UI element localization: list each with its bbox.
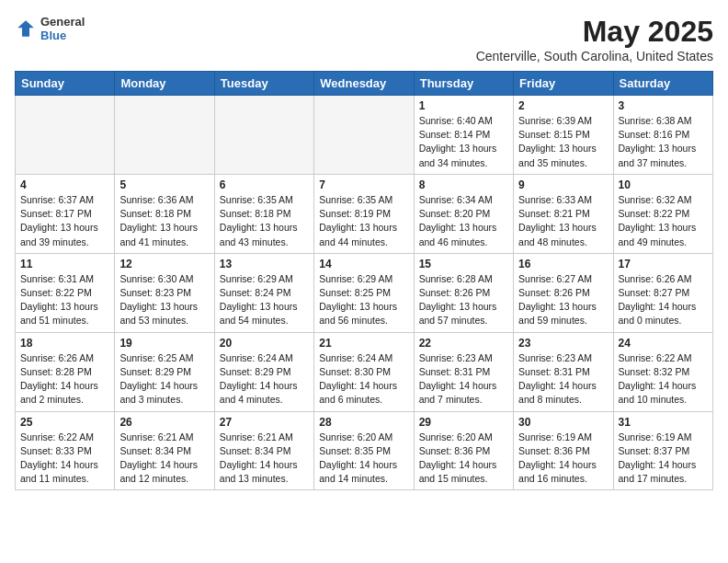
calendar-cell: 30Sunrise: 6:19 AMSunset: 8:36 PMDayligh…: [514, 411, 613, 490]
day-info: Sunrise: 6:20 AMSunset: 8:36 PMDaylight:…: [419, 431, 508, 487]
calendar-cell: 2Sunrise: 6:39 AMSunset: 8:15 PMDaylight…: [514, 96, 613, 175]
day-info: Sunrise: 6:26 AMSunset: 8:27 PMDaylight:…: [619, 272, 708, 328]
calendar-cell: 17Sunrise: 6:26 AMSunset: 8:27 PMDayligh…: [613, 253, 712, 332]
location: Centerville, South Carolina, United Stat…: [476, 49, 713, 63]
day-info: Sunrise: 6:35 AMSunset: 8:18 PMDaylight:…: [220, 193, 309, 249]
day-number: 30: [518, 416, 608, 429]
day-info: Sunrise: 6:29 AMSunset: 8:24 PMDaylight:…: [220, 272, 309, 328]
day-info: Sunrise: 6:29 AMSunset: 8:25 PMDaylight:…: [319, 272, 408, 328]
logo-blue: Blue: [40, 29, 85, 42]
calendar-cell: 9Sunrise: 6:33 AMSunset: 8:21 PMDaylight…: [514, 174, 613, 253]
calendar-cell: 28Sunrise: 6:20 AMSunset: 8:35 PMDayligh…: [314, 411, 414, 490]
day-info: Sunrise: 6:33 AMSunset: 8:21 PMDaylight:…: [518, 193, 608, 249]
calendar: SundayMondayTuesdayWednesdayThursdayFrid…: [15, 71, 713, 490]
calendar-cell: 1Sunrise: 6:40 AMSunset: 8:14 PMDaylight…: [414, 96, 513, 175]
calendar-cell: 11Sunrise: 6:31 AMSunset: 8:22 PMDayligh…: [16, 253, 115, 332]
day-info: Sunrise: 6:19 AMSunset: 8:36 PMDaylight:…: [518, 431, 608, 487]
title-block: May 2025 Centerville, South Carolina, Un…: [476, 15, 713, 63]
day-info: Sunrise: 6:38 AMSunset: 8:16 PMDaylight:…: [619, 114, 708, 170]
calendar-cell: 19Sunrise: 6:25 AMSunset: 8:29 PMDayligh…: [115, 332, 214, 411]
calendar-cell: 29Sunrise: 6:20 AMSunset: 8:36 PMDayligh…: [414, 411, 513, 490]
month-title: May 2025: [476, 15, 713, 49]
day-info: Sunrise: 6:27 AMSunset: 8:26 PMDaylight:…: [518, 272, 608, 328]
calendar-cell: 16Sunrise: 6:27 AMSunset: 8:26 PMDayligh…: [514, 253, 613, 332]
calendar-cell: 7Sunrise: 6:35 AMSunset: 8:19 PMDaylight…: [314, 174, 414, 253]
day-info: Sunrise: 6:36 AMSunset: 8:18 PMDaylight:…: [119, 193, 209, 249]
calendar-cell: 15Sunrise: 6:28 AMSunset: 8:26 PMDayligh…: [414, 253, 513, 332]
day-info: Sunrise: 6:19 AMSunset: 8:37 PMDaylight:…: [619, 431, 708, 487]
calendar-week-3: 11Sunrise: 6:31 AMSunset: 8:22 PMDayligh…: [16, 253, 713, 332]
day-of-week-wednesday: Wednesday: [314, 72, 414, 96]
calendar-cell: [314, 96, 414, 175]
day-of-week-friday: Friday: [514, 72, 613, 96]
day-info: Sunrise: 6:24 AMSunset: 8:29 PMDaylight:…: [220, 351, 309, 408]
calendar-header-row: SundayMondayTuesdayWednesdayThursdayFrid…: [16, 72, 713, 96]
day-info: Sunrise: 6:23 AMSunset: 8:31 PMDaylight:…: [419, 351, 508, 408]
day-number: 23: [518, 337, 608, 350]
day-info: Sunrise: 6:22 AMSunset: 8:32 PMDaylight:…: [619, 351, 708, 408]
day-number: 25: [20, 416, 109, 429]
calendar-cell: 21Sunrise: 6:24 AMSunset: 8:30 PMDayligh…: [314, 332, 414, 411]
day-number: 19: [119, 337, 209, 350]
day-number: 22: [419, 337, 508, 350]
calendar-cell: 14Sunrise: 6:29 AMSunset: 8:25 PMDayligh…: [314, 253, 414, 332]
day-number: 26: [119, 416, 209, 429]
calendar-cell: 22Sunrise: 6:23 AMSunset: 8:31 PMDayligh…: [414, 332, 513, 411]
day-of-week-thursday: Thursday: [414, 72, 513, 96]
day-info: Sunrise: 6:39 AMSunset: 8:15 PMDaylight:…: [518, 114, 608, 170]
day-number: 6: [220, 178, 309, 191]
day-info: Sunrise: 6:24 AMSunset: 8:30 PMDaylight:…: [319, 351, 408, 408]
day-number: 17: [619, 258, 708, 270]
day-of-week-tuesday: Tuesday: [214, 72, 313, 96]
logo-text: General Blue: [40, 15, 85, 42]
page-header: General Blue May 2025 Centerville, South…: [15, 15, 713, 63]
day-number: 7: [319, 178, 408, 191]
calendar-cell: [16, 96, 115, 175]
day-info: Sunrise: 6:20 AMSunset: 8:35 PMDaylight:…: [319, 431, 408, 487]
calendar-cell: [115, 96, 214, 175]
calendar-cell: 31Sunrise: 6:19 AMSunset: 8:37 PMDayligh…: [613, 411, 712, 490]
day-info: Sunrise: 6:30 AMSunset: 8:23 PMDaylight:…: [119, 272, 209, 328]
logo: General Blue: [15, 15, 85, 42]
calendar-cell: 13Sunrise: 6:29 AMSunset: 8:24 PMDayligh…: [214, 253, 313, 332]
day-number: 16: [518, 258, 608, 270]
calendar-cell: [214, 96, 313, 175]
day-number: 3: [619, 99, 708, 112]
day-info: Sunrise: 6:21 AMSunset: 8:34 PMDaylight:…: [220, 431, 309, 487]
day-number: 4: [20, 178, 109, 191]
day-number: 18: [20, 337, 109, 350]
day-number: 8: [419, 178, 508, 191]
calendar-cell: 18Sunrise: 6:26 AMSunset: 8:28 PMDayligh…: [16, 332, 115, 411]
calendar-cell: 23Sunrise: 6:23 AMSunset: 8:31 PMDayligh…: [514, 332, 613, 411]
calendar-cell: 6Sunrise: 6:35 AMSunset: 8:18 PMDaylight…: [214, 174, 313, 253]
day-info: Sunrise: 6:34 AMSunset: 8:20 PMDaylight:…: [419, 193, 508, 249]
calendar-cell: 12Sunrise: 6:30 AMSunset: 8:23 PMDayligh…: [115, 253, 214, 332]
calendar-week-1: 1Sunrise: 6:40 AMSunset: 8:14 PMDaylight…: [16, 96, 713, 175]
day-number: 12: [119, 258, 209, 270]
svg-marker-0: [17, 20, 34, 37]
day-number: 11: [20, 258, 109, 270]
calendar-cell: 4Sunrise: 6:37 AMSunset: 8:17 PMDaylight…: [16, 174, 115, 253]
day-info: Sunrise: 6:22 AMSunset: 8:33 PMDaylight:…: [20, 431, 109, 487]
day-info: Sunrise: 6:40 AMSunset: 8:14 PMDaylight:…: [419, 114, 508, 170]
day-info: Sunrise: 6:23 AMSunset: 8:31 PMDaylight:…: [518, 351, 608, 408]
day-number: 21: [319, 337, 408, 350]
day-info: Sunrise: 6:37 AMSunset: 8:17 PMDaylight:…: [20, 193, 109, 249]
day-number: 24: [619, 337, 708, 350]
day-number: 31: [619, 416, 708, 429]
calendar-cell: 10Sunrise: 6:32 AMSunset: 8:22 PMDayligh…: [613, 174, 712, 253]
day-number: 28: [319, 416, 408, 429]
day-number: 5: [119, 178, 209, 191]
day-of-week-sunday: Sunday: [16, 72, 115, 96]
calendar-cell: 5Sunrise: 6:36 AMSunset: 8:18 PMDaylight…: [115, 174, 214, 253]
calendar-cell: 26Sunrise: 6:21 AMSunset: 8:34 PMDayligh…: [115, 411, 214, 490]
day-number: 14: [319, 258, 408, 270]
day-info: Sunrise: 6:28 AMSunset: 8:26 PMDaylight:…: [419, 272, 508, 328]
day-info: Sunrise: 6:21 AMSunset: 8:34 PMDaylight:…: [119, 431, 209, 487]
calendar-cell: 3Sunrise: 6:38 AMSunset: 8:16 PMDaylight…: [613, 96, 712, 175]
day-number: 29: [419, 416, 508, 429]
day-number: 15: [419, 258, 508, 270]
calendar-cell: 8Sunrise: 6:34 AMSunset: 8:20 PMDaylight…: [414, 174, 513, 253]
calendar-cell: 24Sunrise: 6:22 AMSunset: 8:32 PMDayligh…: [613, 332, 712, 411]
day-number: 13: [220, 258, 309, 270]
